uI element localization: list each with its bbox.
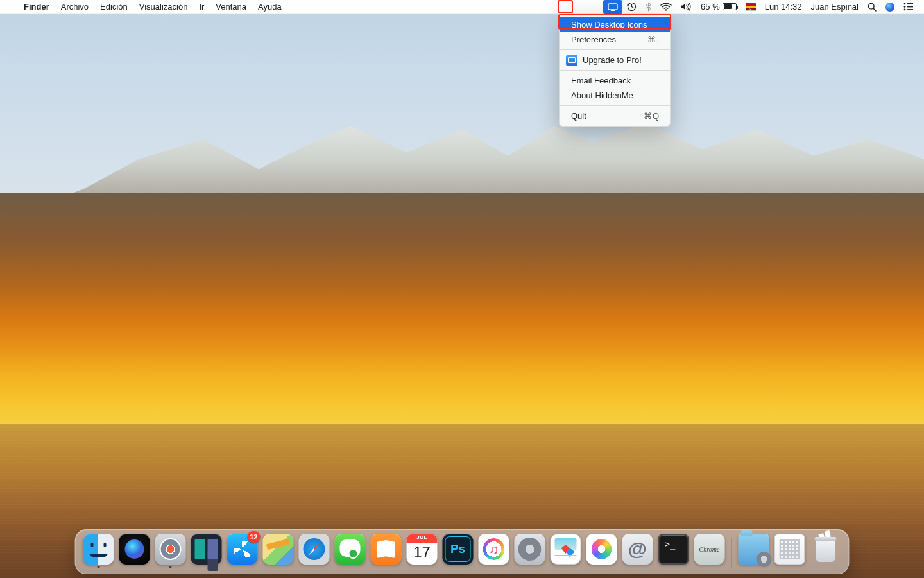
photos-icon (586, 534, 617, 565)
messages-icon (335, 534, 366, 565)
flag-icon (746, 3, 756, 10)
desktop-wallpaper (0, 0, 924, 578)
menu-item-label: Preferences (571, 35, 616, 44)
menu-item-label: Quit (571, 111, 586, 121)
svg-point-10 (904, 9, 906, 11)
books-icon (371, 534, 402, 565)
menu-about[interactable]: About HiddenMe (560, 88, 670, 103)
menu-separator (560, 49, 670, 50)
svg-rect-9 (907, 6, 913, 8)
menu-item-label: Upgrade to Pro! (583, 55, 642, 65)
finder-icon (83, 534, 114, 565)
siri-icon (886, 3, 894, 12)
menu-bar: Finder Archivo Edición Visualización Ir … (0, 0, 924, 14)
safari-icon (299, 534, 330, 565)
folder-icon (739, 534, 769, 565)
input-source-flag[interactable] (741, 0, 760, 14)
svg-point-3 (665, 9, 667, 10)
at-icon (622, 534, 653, 565)
guides-icon (551, 534, 581, 565)
hiddenme-dropdown-menu: Show Desktop Icons Preferences ⌘, Upgrad… (559, 14, 671, 127)
menu-quit[interactable]: Quit ⌘Q (560, 109, 670, 123)
dock-siri[interactable] (119, 534, 150, 568)
battery-status[interactable]: 65 % (696, 0, 741, 14)
svg-rect-7 (907, 3, 913, 4)
photoshop-icon (443, 534, 474, 565)
chrome-icon (694, 534, 725, 565)
keyboard-icon (774, 534, 805, 565)
battery-percent-label: 65 % (701, 2, 720, 12)
launchpad-icon (155, 534, 186, 565)
badge: 12 (247, 531, 260, 543)
dock-safari[interactable] (299, 534, 330, 568)
dock-photoshop[interactable] (443, 534, 474, 568)
siri-menubar-icon[interactable] (881, 0, 899, 14)
battery-icon (723, 3, 737, 10)
dock-maps[interactable] (263, 534, 294, 568)
svg-point-6 (904, 3, 906, 5)
calendar-day: 17 (407, 543, 438, 561)
menu-item-shortcut: ⌘Q (644, 111, 660, 121)
clock[interactable]: Lun 14:32 (760, 0, 807, 14)
dock-keyboard-viewer[interactable] (774, 534, 805, 568)
apple-menu[interactable] (6, 0, 18, 14)
dock-finder[interactable] (83, 534, 114, 568)
svg-point-8 (904, 6, 906, 8)
wifi-icon[interactable] (656, 0, 676, 14)
trash-icon (810, 534, 841, 565)
dock-chrome[interactable] (694, 534, 725, 568)
dock: 12 JUL17 (75, 529, 850, 574)
siri-icon (119, 534, 150, 565)
dock-app-store[interactable]: 12 (227, 534, 258, 568)
menu-show-desktop-icons[interactable]: Show Desktop Icons (560, 17, 670, 32)
time-machine-icon[interactable] (622, 0, 641, 14)
menu-item-shortcut: ⌘, (647, 35, 660, 44)
menu-item-label: Email Feedback (571, 76, 631, 85)
dock-mission-control[interactable] (191, 534, 222, 568)
menu-item-label: Show Desktop Icons (571, 20, 647, 30)
volume-icon[interactable] (676, 0, 696, 14)
dock-photos[interactable] (586, 534, 617, 568)
dock-messages[interactable] (335, 534, 366, 568)
menu-ayuda[interactable]: Ayuda (252, 0, 287, 14)
menu-edicion[interactable]: Edición (94, 0, 133, 14)
system-preferences-icon (515, 534, 545, 565)
dock-itunes[interactable] (479, 534, 509, 568)
maps-icon (263, 534, 294, 565)
dock-calendar[interactable]: JUL17 (407, 534, 438, 568)
menu-upgrade-pro[interactable]: Upgrade to Pro! (560, 53, 670, 67)
dock-terminal[interactable] (658, 534, 689, 568)
calendar-month: JUL (407, 534, 438, 540)
user-menu[interactable]: Juan Espinal (807, 0, 863, 14)
dock-guides[interactable] (551, 534, 581, 568)
dock-system-preferences[interactable] (515, 534, 545, 568)
menu-email-feedback[interactable]: Email Feedback (560, 73, 670, 88)
dock-trash[interactable] (810, 534, 841, 568)
menu-separator (560, 70, 670, 71)
menu-visualizacion[interactable]: Visualización (133, 0, 194, 14)
menu-item-label: About HiddenMe (571, 91, 633, 100)
app-store-icon: 12 (227, 534, 258, 565)
dock-mail[interactable] (622, 534, 653, 568)
menu-preferences[interactable]: Preferences ⌘, (560, 32, 670, 47)
notification-center-icon[interactable] (899, 0, 918, 14)
dock-books[interactable] (371, 534, 402, 568)
terminal-icon (658, 534, 689, 565)
dock-launchpad[interactable] (155, 534, 186, 568)
hiddenme-menubar-icon[interactable] (603, 0, 622, 14)
calendar-icon: JUL17 (407, 534, 438, 565)
svg-line-5 (873, 8, 876, 11)
itunes-icon (479, 534, 509, 565)
dock-utilities-folder[interactable] (739, 534, 769, 568)
mission-control-icon (191, 534, 222, 565)
upgrade-icon (566, 55, 578, 66)
menu-ir[interactable]: Ir (193, 0, 210, 14)
svg-rect-0 (608, 4, 617, 10)
spotlight-icon[interactable] (863, 0, 881, 14)
menu-archivo[interactable]: Archivo (55, 0, 94, 14)
menu-ventana[interactable]: Ventana (210, 0, 252, 14)
svg-rect-11 (907, 9, 913, 10)
bluetooth-icon[interactable] (641, 0, 656, 14)
svg-rect-1 (611, 10, 615, 11)
app-menu[interactable]: Finder (18, 0, 55, 14)
